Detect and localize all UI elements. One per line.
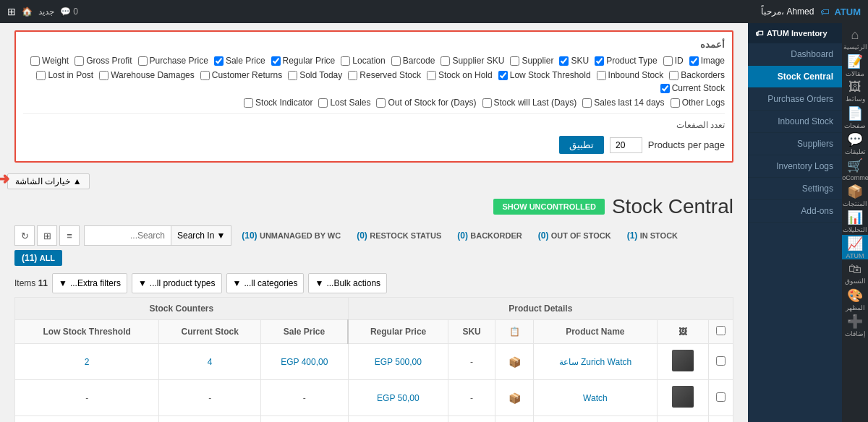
tab-in-stock[interactable]: (1) IN STOCK — [621, 228, 684, 244]
sidebar-item-analytics[interactable]: 📊 التحليلات — [842, 209, 868, 233]
sidebar-item-products[interactable]: 📦 المنتجات — [842, 183, 868, 207]
sidebar-item-woocommerce[interactable]: 🛒 WooCommerce — [842, 157, 868, 181]
col-swl-cb[interactable] — [482, 98, 492, 108]
col-reserved-stock[interactable]: Reserved Stock — [348, 70, 421, 80]
select-all-cb[interactable] — [716, 326, 726, 335]
col-sales-14[interactable]: Sales last 14 days — [582, 98, 664, 108]
col-id[interactable]: ID — [663, 56, 684, 66]
col-lsal-cb[interactable] — [318, 98, 328, 108]
col-low-stock[interactable]: Low Stock Threshold — [498, 70, 591, 80]
row1-sale-price-link[interactable]: EGP 400,00 — [281, 357, 328, 367]
sidebar-item-marketing[interactable]: 🛍 التسوق — [842, 261, 868, 285]
col-sale-price[interactable]: Sale Price — [214, 56, 265, 66]
col-regular-price[interactable]: Regular Price — [271, 56, 336, 66]
screen-options-button[interactable]: خيارات الشاشة ▲ — [7, 173, 90, 189]
row2-checkbox[interactable] — [716, 392, 726, 402]
sidebar-item-media[interactable]: 🖼 وسائط — [842, 79, 868, 103]
col-customer-returns[interactable]: Customer Returns — [200, 70, 282, 80]
col-weight[interactable]: Weight — [30, 56, 69, 66]
col-stock-will-last[interactable]: Stock will Last (Days) — [482, 98, 577, 108]
bulk-actions-btn[interactable]: ▼ ...Bulk actions — [308, 273, 387, 293]
col-purchase-price[interactable]: Purchase Price — [138, 56, 208, 66]
filter-refresh-btn[interactable]: ↻ — [14, 225, 35, 246]
filter-grid-btn[interactable]: ⊞ — [37, 225, 57, 246]
search-input[interactable] — [84, 225, 171, 246]
col-stock-on-hold[interactable]: Stock on Hold — [427, 70, 493, 80]
col-other-logs[interactable]: Other Logs — [671, 98, 725, 108]
sidebar-item-pages[interactable]: 📄 صفحات — [842, 105, 868, 129]
tab-unmanaged[interactable]: (10) UNMANAGED BY WC — [236, 228, 346, 244]
search-in-button[interactable]: Search In ▼ — [171, 225, 231, 246]
col-sup-cb[interactable] — [510, 56, 519, 66]
col-product-type[interactable]: Product Type — [595, 56, 658, 66]
tab-out-of-stock[interactable]: (0) OUT OF STOCK — [532, 228, 617, 244]
sidebar-item-suppliers[interactable]: Suppliers — [748, 133, 842, 155]
col-warehouse-dmg[interactable]: Warehouse Damages — [99, 70, 195, 80]
sidebar-item-inbound-stock[interactable]: Inbound Stock — [748, 111, 842, 133]
sidebar-item-home[interactable]: ⌂ الرئيسية — [842, 27, 868, 51]
col-gross-profit[interactable]: Gross Profit — [75, 56, 132, 66]
row1-product-name-link[interactable]: ساعة Zurich Watch — [559, 357, 632, 367]
col-supplier[interactable]: Supplier — [510, 56, 553, 66]
row2-regular-price-link[interactable]: EGP 50,00 — [377, 393, 420, 403]
sidebar-item-posts[interactable]: 📝 مقالات — [842, 53, 868, 77]
row1-regular-price-link[interactable]: EGP 500,00 — [375, 357, 422, 367]
col-backorders[interactable]: Backorders — [669, 70, 725, 80]
filter-list-btn[interactable]: ≡ — [59, 225, 80, 246]
col-weight-cb[interactable] — [30, 56, 40, 66]
col-gp-cb[interactable] — [75, 56, 84, 66]
col-lost-post[interactable]: Lost in Post — [36, 70, 93, 80]
col-out-of-stock-days[interactable]: Out of Stock for (Days) — [376, 98, 476, 108]
sidebar-item-purchase-orders[interactable]: Purchase Orders — [748, 88, 842, 111]
categories-btn[interactable]: ▼ ...ll categories — [226, 273, 305, 293]
col-bo-cb[interactable] — [669, 71, 678, 80]
col-bc-cb[interactable] — [391, 56, 401, 66]
sidebar-item-add-ons[interactable]: Add-ons — [748, 200, 842, 223]
col-rp-cb[interactable] — [271, 56, 281, 66]
col-barcode[interactable]: Barcode — [391, 56, 435, 66]
col-ssku-cb[interactable] — [441, 56, 450, 66]
tab-restock[interactable]: (0) RESTOCK STATUS — [351, 228, 447, 244]
products-per-page-input[interactable] — [610, 137, 642, 153]
tab-all[interactable]: (11) ALL — [14, 250, 62, 266]
col-sku-cb[interactable] — [559, 56, 569, 66]
col-stock-indicator[interactable]: Stock Indicator — [244, 98, 312, 108]
sidebar-item-dashboard[interactable]: Dashboard — [748, 43, 842, 66]
col-sp-cb[interactable] — [214, 56, 224, 66]
apply-button[interactable]: تطبيق — [559, 136, 604, 154]
col-inbound-stock[interactable]: Inbound Stock — [597, 70, 664, 80]
col-id-cb[interactable] — [663, 56, 673, 66]
sidebar-item-stock-central[interactable]: Stock Central — [748, 66, 842, 88]
col-ol-cb[interactable] — [671, 98, 680, 108]
col-s14-cb[interactable] — [582, 98, 592, 108]
row1-checkbox[interactable] — [716, 356, 726, 366]
col-image[interactable]: Image — [689, 56, 725, 66]
col-is-cb[interactable] — [597, 71, 606, 80]
col-oosd-cb[interactable] — [376, 98, 386, 108]
row1-current-stock-link[interactable]: 4 — [208, 357, 213, 367]
col-si-cb[interactable] — [244, 98, 253, 108]
col-ls-cb[interactable] — [498, 71, 508, 80]
sidebar-item-settings[interactable]: Settings — [748, 178, 842, 200]
col-rs-cb[interactable] — [348, 71, 357, 80]
col-cr-cb[interactable] — [200, 71, 210, 80]
show-uncontrolled-button[interactable]: SHOW UNCONTROLLED — [493, 199, 605, 215]
col-sold-today[interactable]: Sold Today — [288, 70, 342, 80]
row1-low-stock-link[interactable]: 2 — [85, 357, 90, 367]
extra-filters-btn[interactable]: ▼ ...Extra filters — [52, 273, 127, 293]
th-select-all[interactable] — [709, 320, 733, 344]
col-supplier-sku[interactable]: Supplier SKU — [441, 56, 504, 66]
top-bar-new[interactable]: جديد — [38, 7, 54, 17]
col-cs-cb[interactable] — [660, 84, 670, 93]
sidebar-item-appearance[interactable]: 🎨 المظهر — [842, 287, 868, 311]
col-wd-cb[interactable] — [99, 71, 109, 80]
col-pt-cb[interactable] — [595, 56, 604, 66]
col-sku[interactable]: SKU — [559, 56, 589, 66]
col-soh-cb[interactable] — [427, 71, 436, 80]
sidebar-item-plugins[interactable]: ➕ إضافات — [842, 313, 868, 337]
col-current-stock[interactable]: Current Stock — [660, 83, 725, 93]
tab-backorder[interactable]: (0) BACKORDER — [451, 228, 528, 244]
col-location[interactable]: Location — [341, 56, 385, 66]
col-st-cb[interactable] — [288, 71, 297, 80]
col-lp-cb[interactable] — [36, 71, 46, 80]
